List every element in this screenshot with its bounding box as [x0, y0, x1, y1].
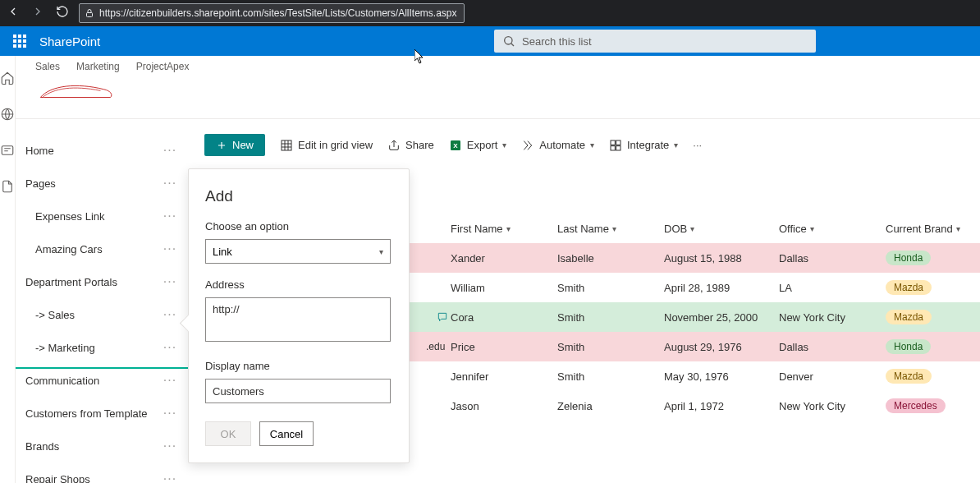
col-current-brand[interactable]: Current Brand▾: [886, 223, 980, 235]
app-launcher-icon[interactable]: [0, 34, 39, 48]
new-label: New: [232, 139, 254, 151]
nav-item-menu-icon[interactable]: ···: [162, 175, 178, 191]
nav-label: Home: [25, 145, 54, 157]
nav-item-menu-icon[interactable]: ···: [162, 438, 178, 454]
nav-item-menu-icon[interactable]: ···: [162, 405, 178, 421]
nav-item-menu-icon[interactable]: ···: [162, 241, 178, 257]
nav-item[interactable]: Repair Shops···: [16, 462, 188, 483]
cell-office: Denver: [779, 370, 886, 383]
nav-item-menu-icon[interactable]: ···: [162, 339, 178, 356]
file-icon[interactable]: [0, 179, 15, 194]
svg-rect-2: [18, 34, 21, 38]
edit-grid-button[interactable]: Edit in grid view: [280, 139, 373, 152]
nav-item-menu-icon[interactable]: ···: [162, 208, 178, 224]
nav-label: Repair Shops: [25, 473, 90, 484]
news-icon[interactable]: [0, 143, 15, 158]
nav-label: -> Marketing: [35, 342, 95, 354]
export-button[interactable]: X Export ▾: [449, 139, 507, 152]
svg-rect-5: [18, 39, 21, 43]
choose-option-dropdown[interactable]: Link ▾: [205, 239, 391, 264]
forward-icon[interactable]: [31, 5, 44, 21]
top-link[interactable]: Sales: [35, 61, 60, 72]
nav-item[interactable]: Expenses Link···: [16, 200, 188, 232]
cancel-button[interactable]: Cancel: [259, 421, 314, 446]
cell-brand: Honda: [886, 339, 980, 354]
chevron-down-icon: ▾: [379, 247, 383, 256]
comment-icon[interactable]: [436, 311, 449, 323]
integrate-button[interactable]: Integrate ▾: [609, 139, 678, 152]
nav-label: -> Sales: [35, 309, 75, 321]
display-name-label: Display name: [205, 360, 392, 372]
ok-button[interactable]: OK: [205, 421, 251, 446]
export-label: Export: [467, 139, 498, 151]
cell-first-name: William: [451, 282, 557, 294]
url-input[interactable]: [99, 7, 459, 19]
svg-rect-18: [611, 145, 615, 150]
nav-item[interactable]: Pages···: [16, 167, 188, 200]
new-button[interactable]: New: [204, 134, 265, 156]
col-dob[interactable]: DOB▾: [664, 223, 779, 235]
site-logo[interactable]: [32, 76, 122, 108]
nav-item[interactable]: Home···: [16, 134, 188, 167]
reload-icon[interactable]: [56, 5, 69, 21]
svg-rect-3: [23, 34, 26, 38]
svg-rect-9: [23, 44, 26, 48]
brand-pill: Mazda: [886, 280, 932, 295]
cell-office: LA: [779, 282, 886, 294]
left-nav: Home···Pages···Expenses Link···Amazing C…: [16, 119, 188, 483]
chevron-down-icon: ▾: [502, 140, 506, 150]
site-header: Sales Marketing ProjectApex: [16, 56, 980, 119]
cell-last-name: Smith: [557, 282, 664, 294]
more-button[interactable]: ···: [693, 139, 702, 151]
col-first-name[interactable]: First Name▾: [451, 223, 557, 235]
edit-label: Edit in grid view: [298, 139, 373, 151]
nav-label: Department Portals: [25, 276, 117, 288]
home-icon[interactable]: [0, 71, 15, 85]
add-title: Add: [205, 187, 392, 205]
add-callout: Add Choose an option Link ▾ Address http…: [188, 168, 410, 463]
cell-first-name: Jennifer: [451, 370, 557, 383]
nav-item-menu-icon[interactable]: ···: [162, 306, 178, 323]
nav-item-menu-icon[interactable]: ···: [162, 372, 178, 389]
choose-label: Choose an option: [205, 220, 392, 232]
top-link[interactable]: ProjectApex: [136, 61, 190, 72]
nav-item-menu-icon[interactable]: ···: [162, 471, 178, 483]
integrate-label: Integrate: [627, 139, 669, 151]
col-last-name[interactable]: Last Name▾: [557, 223, 664, 235]
search-box[interactable]: [494, 30, 816, 53]
nav-item[interactable]: -> Sales···: [16, 298, 188, 331]
cell-office: New York City: [779, 400, 886, 412]
address-label: Address: [205, 278, 392, 291]
share-button[interactable]: Share: [387, 139, 434, 152]
integrate-icon: [609, 139, 622, 152]
nav-item-menu-icon[interactable]: ···: [162, 274, 178, 290]
brand-pill: Mazda: [886, 369, 932, 384]
cell-office: New York City: [779, 311, 886, 324]
back-icon[interactable]: [7, 5, 20, 21]
plus-icon: [216, 140, 227, 151]
nav-item[interactable]: Brands···: [16, 430, 188, 462]
command-bar: New Edit in grid view Share X Export ▾: [204, 134, 980, 156]
page: New Edit in grid view Share X Export ▾: [188, 119, 980, 483]
svg-rect-7: [13, 44, 16, 48]
display-name-input[interactable]: [205, 379, 391, 403]
col-office[interactable]: Office▾: [779, 223, 886, 235]
globe-icon[interactable]: [0, 107, 15, 122]
nav-item[interactable]: Department Portals···: [16, 265, 188, 298]
nav-item[interactable]: -> Marketing···: [16, 331, 188, 364]
search-input[interactable]: [522, 35, 808, 48]
cell-office: Dallas: [779, 252, 886, 264]
grid-icon: [280, 139, 293, 152]
nav-item-menu-icon[interactable]: ···: [162, 142, 178, 159]
svg-rect-4: [13, 39, 16, 43]
nav-label: Communication: [25, 375, 99, 387]
top-link[interactable]: Marketing: [76, 61, 120, 72]
nav-item[interactable]: Communication···: [16, 364, 188, 397]
address-bar[interactable]: [79, 3, 465, 23]
address-input[interactable]: http://: [205, 297, 391, 342]
nav-item[interactable]: Amazing Cars···: [16, 232, 188, 265]
nav-item[interactable]: Customers from Template···: [16, 397, 188, 430]
suite-title[interactable]: SharePoint: [39, 34, 100, 48]
automate-button[interactable]: Automate ▾: [521, 139, 594, 152]
nav-label: Brands: [25, 440, 59, 453]
